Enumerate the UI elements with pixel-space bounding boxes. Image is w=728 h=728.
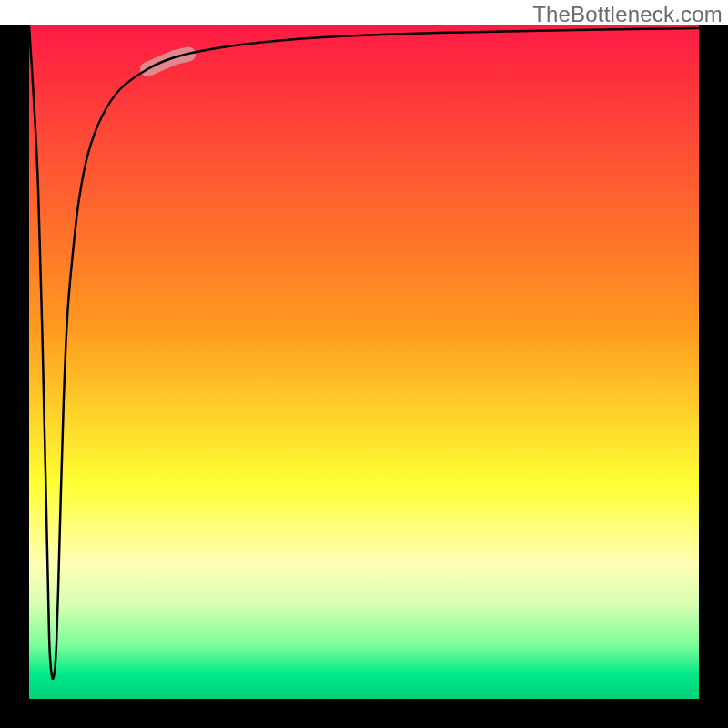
plot-svg: [29, 25, 699, 699]
chart-stage: TheBottleneck.com: [0, 0, 728, 728]
watermark-text: TheBottleneck.com: [532, 2, 723, 27]
plot-area: [29, 25, 699, 699]
chart-frame: [0, 25, 728, 728]
gradient-background: [29, 25, 699, 699]
